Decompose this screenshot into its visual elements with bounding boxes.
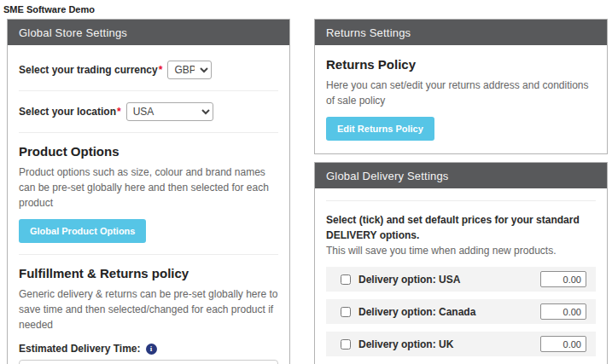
- returns-settings-header: Returns Settings: [315, 20, 607, 45]
- info-icon[interactable]: i: [146, 344, 157, 355]
- delivery-option-checkbox[interactable]: [341, 339, 351, 350]
- returns-settings-panel: Returns Settings Returns Policy Here you…: [314, 19, 608, 154]
- delivery-instruction-sub: This will save you time when adding new …: [326, 245, 596, 257]
- global-store-settings-header: Global Store Settings: [8, 20, 289, 45]
- fulfillment-returns-heading: Fulfillment & Returns policy: [19, 266, 278, 280]
- returns-policy-description: Here you can set/edit your returns addre…: [326, 78, 596, 108]
- delivery-price-input[interactable]: [540, 336, 586, 352]
- delivery-price-input[interactable]: [540, 271, 586, 287]
- estimated-delivery-time-label: Estimated Delivery Time:: [19, 343, 141, 355]
- global-delivery-settings-header: Global Delivery Settings: [315, 163, 607, 188]
- divider: [19, 132, 278, 133]
- delivery-instruction: Select (tick) and set default prices for…: [326, 212, 596, 243]
- divider: [19, 254, 278, 255]
- product-options-heading: Product Options: [19, 144, 278, 159]
- fulfillment-returns-description: Generic delivery & returns can be pre-se…: [19, 286, 278, 332]
- delivery-option-checkbox[interactable]: [341, 274, 351, 285]
- delivery-option-row: Delivery option: USA: [326, 267, 596, 292]
- divider: [326, 200, 596, 201]
- estimated-delivery-time-input[interactable]: [19, 360, 278, 364]
- location-select[interactable]: USA: [126, 102, 213, 121]
- returns-policy-heading: Returns Policy: [326, 57, 596, 72]
- delivery-option-row: Delivery option: Canada: [326, 299, 596, 324]
- edit-returns-policy-button[interactable]: Edit Returns Policy: [326, 117, 434, 141]
- page-title: SME Software Demo: [3, 4, 95, 14]
- delivery-option-label: Delivery option: USA: [358, 274, 460, 286]
- required-asterisk: *: [117, 106, 121, 118]
- delivery-option-label: Delivery option: UK: [358, 338, 453, 350]
- required-asterisk: *: [159, 64, 163, 76]
- global-delivery-settings-panel: Global Delivery Settings Select (tick) a…: [314, 162, 608, 364]
- delivery-price-input[interactable]: [540, 303, 586, 320]
- delivery-option-checkbox[interactable]: [341, 307, 351, 317]
- delivery-option-label: Delivery option: Canada: [358, 306, 475, 318]
- global-product-options-button[interactable]: Global Product Options: [19, 219, 146, 243]
- product-options-description: Product options such as size, colour and…: [19, 165, 278, 211]
- trading-currency-select[interactable]: GBP: [167, 61, 212, 79]
- divider: [19, 90, 278, 91]
- trading-currency-label: Select your trading currency: [19, 64, 158, 76]
- location-label: Select your location: [19, 106, 116, 118]
- global-store-settings-panel: Global Store Settings Select your tradin…: [7, 19, 290, 364]
- delivery-option-row: Delivery option: UK: [326, 332, 596, 356]
